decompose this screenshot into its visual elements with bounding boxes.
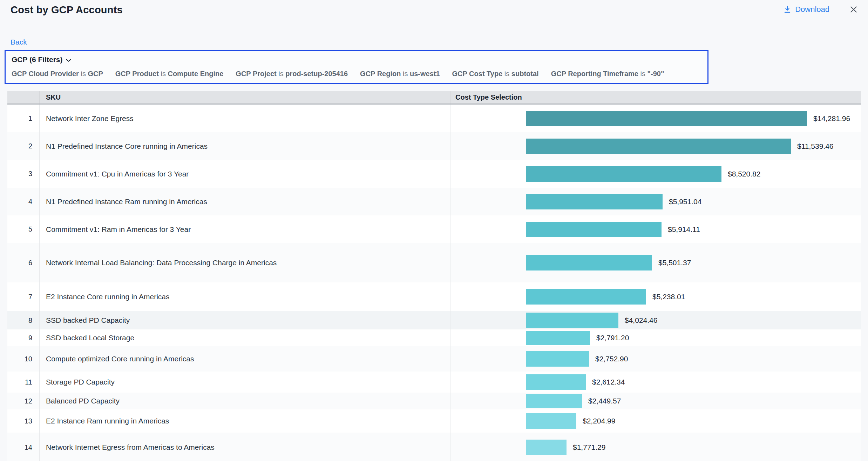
filter-value: prod-setup-205416 xyxy=(285,70,348,78)
row-number: 13 xyxy=(7,409,40,433)
back-link[interactable]: Back xyxy=(11,38,27,46)
table-row[interactable]: 14Network Internet Egress from Americas … xyxy=(7,433,861,461)
table-row[interactable]: 7E2 Instance Core running in Americas$5,… xyxy=(7,282,861,311)
sku-label: E2 Instance Ram running in Americas xyxy=(40,409,450,433)
filter-operator: is xyxy=(638,70,647,78)
cost-table: SKU Cost Type Selection 1Network Inter Z… xyxy=(7,91,861,461)
filter-chip[interactable]: GCP Cost Type is subtotal xyxy=(452,70,539,78)
close-button[interactable] xyxy=(849,5,858,14)
bar-track: $5,951.04 xyxy=(526,194,701,209)
cost-bar[interactable] xyxy=(526,289,646,305)
row-number: 3 xyxy=(7,160,40,188)
cost-bar-cell: $1,771.29 xyxy=(450,433,861,461)
cost-bar-cell: $2,752.90 xyxy=(450,346,861,372)
filter-value: us-west1 xyxy=(410,70,440,78)
cost-bar-cell: $5,914.11 xyxy=(450,215,861,243)
table-row[interactable]: 1Network Inter Zone Egress$14,281.96 xyxy=(7,105,861,132)
filter-field: GCP Region xyxy=(360,70,401,78)
cost-bar[interactable] xyxy=(526,331,590,345)
row-number: 4 xyxy=(7,188,40,215)
cost-value: $1,771.29 xyxy=(573,443,605,452)
cost-value: $11,539.46 xyxy=(797,142,834,151)
table-body: 1Network Inter Zone Egress$14,281.962N1 … xyxy=(7,105,861,461)
filter-chip[interactable]: GCP Project is prod-setup-205416 xyxy=(236,70,348,78)
row-number: 5 xyxy=(7,215,40,243)
cost-bar[interactable] xyxy=(526,413,576,429)
table-row[interactable]: 5Commitment v1: Ram in Americas for 3 Ye… xyxy=(7,215,861,243)
table-row[interactable]: 12Balanced PD Capacity$2,449.57 xyxy=(7,393,861,409)
filter-field: GCP Product xyxy=(115,70,159,78)
table-row[interactable]: 2N1 Predefined Instance Core running in … xyxy=(7,132,861,160)
table-row[interactable]: 3Commitment v1: Cpu in Americas for 3 Ye… xyxy=(7,160,861,188)
filter-field: GCP Reporting Timeframe xyxy=(551,70,638,78)
filter-chip[interactable]: GCP Reporting Timeframe is "-90" xyxy=(551,70,664,78)
bar-track: $8,520.82 xyxy=(526,166,760,182)
cost-bar[interactable] xyxy=(526,374,586,390)
cost-bar[interactable] xyxy=(526,440,567,455)
cost-bar[interactable] xyxy=(526,194,663,209)
table-row[interactable]: 10Compute optimized Core running in Amer… xyxy=(7,346,861,372)
table-row[interactable]: 9SSD backed Local Storage$2,791.20 xyxy=(7,329,861,346)
sku-label: Balanced PD Capacity xyxy=(40,393,450,409)
filter-field: GCP Project xyxy=(236,70,276,78)
table-row[interactable]: 4N1 Predefined Instance Ram running in A… xyxy=(7,188,861,215)
header-row-number xyxy=(7,91,40,103)
row-number: 8 xyxy=(7,311,40,329)
sku-label: Network Inter Zone Egress xyxy=(40,105,450,132)
sku-label: N1 Predefined Instance Core running in A… xyxy=(40,132,450,160)
cost-bar[interactable] xyxy=(526,351,589,367)
cost-value: $4,024.46 xyxy=(625,316,657,325)
row-number: 11 xyxy=(7,372,40,393)
filter-operator: is xyxy=(79,70,88,78)
filter-chip[interactable]: GCP Product is Compute Engine xyxy=(115,70,224,78)
filter-operator: is xyxy=(401,70,410,78)
row-number: 9 xyxy=(7,329,40,346)
header-cost-column[interactable]: Cost Type Selection xyxy=(450,91,861,103)
cost-bar-cell: $2,612.34 xyxy=(450,372,861,393)
row-number: 12 xyxy=(7,393,40,409)
cost-bar-cell: $4,024.46 xyxy=(450,311,861,329)
cost-value: $5,951.04 xyxy=(669,198,701,206)
row-number: 10 xyxy=(7,346,40,372)
sku-label: Storage PD Capacity xyxy=(40,372,450,393)
header-sku-column[interactable]: SKU xyxy=(40,91,450,103)
bar-track: $2,204.99 xyxy=(526,413,615,429)
cost-bar[interactable] xyxy=(526,166,721,182)
table-header-row: SKU Cost Type Selection xyxy=(7,91,861,105)
filter-value: GCP xyxy=(88,70,103,78)
table-row[interactable]: 11Storage PD Capacity$2,612.34 xyxy=(7,372,861,393)
cost-bar[interactable] xyxy=(526,255,652,270)
table-row[interactable]: 13E2 Instance Ram running in Americas$2,… xyxy=(7,409,861,433)
cost-value: $5,501.37 xyxy=(658,259,691,267)
row-number: 6 xyxy=(7,243,40,282)
filter-chip[interactable]: GCP Cloud Provider is GCP xyxy=(12,70,103,78)
close-icon xyxy=(849,5,858,14)
row-number: 7 xyxy=(7,282,40,311)
table-row[interactable]: 8SSD backed PD Capacity$4,024.46 xyxy=(7,311,861,329)
sku-label: Compute optimized Core running in Americ… xyxy=(40,346,450,372)
filter-summary-label: GCP (6 Filters) xyxy=(12,55,62,64)
table-row[interactable]: 6Network Internal Load Balancing: Data P… xyxy=(7,243,861,282)
filter-value: Compute Engine xyxy=(168,70,223,78)
row-number: 2 xyxy=(7,132,40,160)
bar-track: $5,238.01 xyxy=(526,289,685,305)
cost-bar[interactable] xyxy=(526,394,582,408)
cost-value: $5,238.01 xyxy=(652,293,685,301)
cost-bar[interactable] xyxy=(526,111,807,126)
cost-value: $2,449.57 xyxy=(588,397,621,405)
bar-track: $2,752.90 xyxy=(526,351,628,367)
row-number: 14 xyxy=(7,433,40,461)
bar-track: $2,612.34 xyxy=(526,374,625,390)
cost-bar[interactable] xyxy=(526,139,791,154)
cost-bar[interactable] xyxy=(526,222,662,237)
cost-bar[interactable] xyxy=(526,313,618,328)
cost-bar-cell: $14,281.96 xyxy=(450,105,861,132)
download-button[interactable]: Download xyxy=(783,5,829,14)
filter-operator: is xyxy=(159,70,168,78)
sku-label: N1 Predefined Instance Ram running in Am… xyxy=(40,188,450,215)
filter-value: "-90" xyxy=(647,70,664,78)
filter-summary-dropdown[interactable]: GCP (6 Filters) xyxy=(12,55,72,64)
bar-track: $1,771.29 xyxy=(526,440,605,455)
sku-label: Commitment v1: Cpu in Americas for 3 Yea… xyxy=(40,160,450,188)
filter-chip[interactable]: GCP Region is us-west1 xyxy=(360,70,440,78)
